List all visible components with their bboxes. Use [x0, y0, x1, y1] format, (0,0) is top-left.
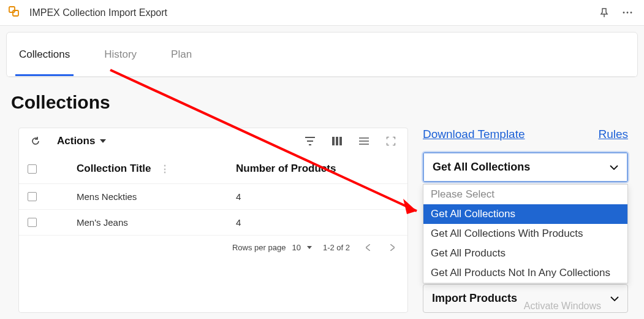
- cell-number: 4: [236, 217, 241, 228]
- cell-title: Mens Neckties: [77, 191, 236, 202]
- table-toolbar: Actions: [19, 128, 407, 154]
- cell-title: Men's Jeans: [77, 217, 236, 228]
- chevron-down-icon: [610, 165, 618, 170]
- svg-rect-1: [13, 10, 18, 16]
- main-tabs: Collections History Plan: [7, 33, 637, 77]
- app-icon: [9, 6, 22, 20]
- svg-rect-0: [9, 7, 15, 12]
- import-products-panel[interactable]: Import Products: [423, 284, 628, 313]
- svg-point-4: [631, 12, 632, 13]
- sidebar-panel: Download Template Rules Get All Collecti…: [423, 128, 628, 313]
- rows-per-page-label: Rows per page: [232, 243, 286, 252]
- tab-plan[interactable]: Plan: [171, 33, 192, 76]
- table-footer: Rows per page 10 1-2 of 2: [19, 236, 407, 259]
- cell-number: 4: [236, 191, 241, 202]
- rows-per-page-value[interactable]: 10: [292, 243, 300, 252]
- chevron-down-icon: [610, 296, 619, 301]
- app-title: IMPEX Collection Import Export: [29, 7, 167, 18]
- tab-history[interactable]: History: [104, 33, 137, 76]
- column-header-number[interactable]: Number of Products: [236, 163, 336, 175]
- next-page-button[interactable]: [385, 240, 399, 254]
- actions-label: Actions: [57, 135, 95, 147]
- pagination-range: 1-2 of 2: [323, 243, 350, 252]
- row-checkbox[interactable]: [28, 192, 37, 201]
- row-checkbox[interactable]: [28, 218, 37, 227]
- refresh-icon[interactable]: [29, 134, 42, 148]
- export-option[interactable]: Please Select: [423, 185, 627, 204]
- title-bar: IMPEX Collection Import Export: [0, 0, 644, 26]
- svg-point-3: [627, 12, 629, 13]
- download-template-link[interactable]: Download Template: [423, 128, 525, 141]
- more-icon[interactable]: [619, 5, 635, 21]
- table-header-row: Collection Title⋮ Number of Products: [19, 154, 407, 184]
- export-option[interactable]: Get All Collections: [423, 204, 627, 224]
- export-option[interactable]: Get All Products Not In Any Collections: [423, 263, 627, 283]
- export-select[interactable]: Get All Collections Please Select Get Al…: [423, 152, 628, 182]
- drag-handle-icon[interactable]: ⋮: [160, 163, 170, 175]
- svg-rect-5: [332, 137, 335, 145]
- density-icon[interactable]: [357, 134, 371, 148]
- pin-icon[interactable]: [596, 5, 612, 21]
- filter-icon[interactable]: [303, 134, 317, 148]
- export-option[interactable]: Get All Products: [423, 244, 627, 263]
- export-select-value: Get All Collections: [433, 161, 530, 174]
- import-products-label: Import Products: [432, 292, 517, 305]
- select-all-checkbox[interactable]: [28, 164, 37, 174]
- caret-down-icon: [100, 139, 106, 143]
- table-row: Men's Jeans 4: [19, 210, 407, 236]
- svg-rect-6: [336, 137, 338, 145]
- export-option[interactable]: Get All Collections With Products: [423, 224, 627, 244]
- prev-page-button[interactable]: [361, 240, 374, 254]
- collections-table: Actions Collection Title⋮ Number of Prod…: [18, 128, 408, 313]
- chevron-down-icon[interactable]: [307, 246, 312, 249]
- table-row: Mens Neckties 4: [19, 184, 407, 210]
- column-header-title[interactable]: Collection Title⋮: [77, 163, 236, 175]
- tabs-card: Collections History Plan: [6, 32, 638, 77]
- columns-icon[interactable]: [330, 134, 344, 148]
- actions-button[interactable]: Actions: [57, 135, 106, 147]
- page-title: Collections: [11, 92, 644, 113]
- fullscreen-icon[interactable]: [384, 134, 398, 148]
- svg-point-2: [623, 12, 625, 13]
- rules-link[interactable]: Rules: [598, 128, 628, 141]
- export-dropdown: Please Select Get All Collections Get Al…: [423, 184, 628, 283]
- tab-collections[interactable]: Collections: [19, 33, 70, 76]
- svg-rect-7: [339, 137, 342, 145]
